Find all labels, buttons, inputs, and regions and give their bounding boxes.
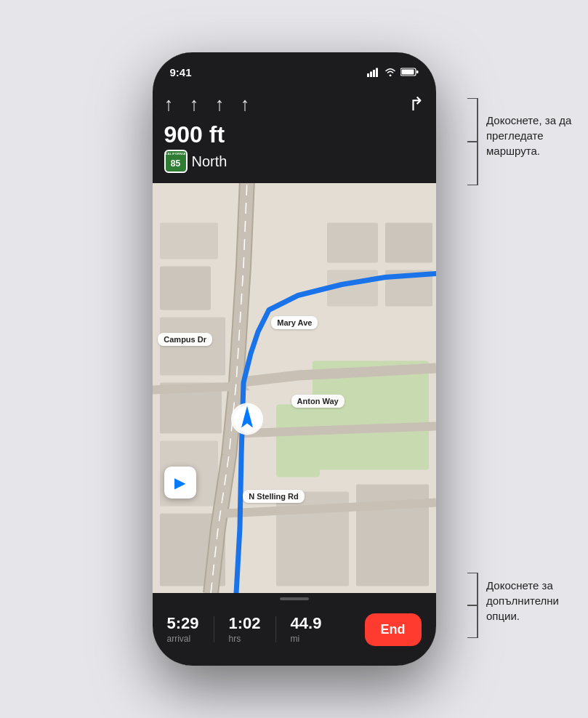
svg-rect-12 bbox=[160, 223, 218, 259]
map-svg bbox=[153, 180, 436, 593]
bracket-top bbox=[467, 98, 480, 185]
road-badge: 85 North bbox=[164, 150, 227, 173]
phone-frame: 9:41 bbox=[153, 52, 436, 666]
svg-rect-8 bbox=[416, 70, 419, 73]
svg-rect-18 bbox=[327, 223, 378, 263]
status-icons bbox=[367, 68, 419, 77]
battery-icon bbox=[400, 68, 419, 76]
divider-1 bbox=[214, 616, 214, 642]
svg-point-27 bbox=[245, 417, 249, 421]
lane-arrow-2: ↑ bbox=[190, 93, 199, 116]
svg-rect-14 bbox=[160, 318, 225, 376]
road-direction: North bbox=[192, 153, 227, 170]
map-area[interactable]: Campus Dr Mary Ave Anton Way N Stelling … bbox=[153, 180, 436, 593]
duration-stat: 1:02 hrs bbox=[229, 615, 261, 643]
status-bar: 9:41 bbox=[153, 52, 436, 84]
svg-rect-13 bbox=[160, 267, 211, 310]
lane-arrow-4: ↑ bbox=[241, 93, 250, 116]
duration-label: hrs bbox=[229, 634, 241, 644]
svg-rect-19 bbox=[385, 223, 432, 263]
status-time: 9:41 bbox=[170, 66, 192, 78]
divider-2 bbox=[275, 616, 276, 642]
wifi-icon bbox=[384, 68, 396, 76]
street-label-mary-ave: Mary Ave bbox=[271, 316, 318, 329]
distance-label: mi bbox=[291, 634, 300, 644]
turn-arrow: ↱ bbox=[408, 93, 424, 116]
svg-rect-4 bbox=[373, 70, 375, 77]
svg-rect-7 bbox=[401, 70, 414, 75]
lane-arrow-1: ↑ bbox=[164, 93, 174, 116]
distance-stat: 44.9 mi bbox=[291, 615, 322, 643]
bottom-panel: 5:29 arrival 1:02 hrs 44.9 mi End bbox=[153, 593, 436, 666]
street-label-n-stelling-rd: N Stelling Rd bbox=[243, 490, 304, 503]
annotation-top-right: Докоснете, за да прегледате маршрута. bbox=[486, 113, 581, 158]
svg-rect-3 bbox=[370, 71, 372, 77]
arrival-value: 5:29 bbox=[167, 615, 199, 632]
end-button[interactable]: End bbox=[365, 613, 422, 646]
distance-value: 44.9 bbox=[291, 615, 322, 632]
bracket-bottom bbox=[467, 573, 480, 638]
highway-shield: 85 bbox=[164, 150, 188, 173]
distance-value: 900 ft bbox=[164, 121, 227, 148]
scene: Докоснете, за да прегледате маршрута. До… bbox=[0, 0, 588, 718]
distance-row: 900 ft 85 North bbox=[164, 121, 424, 173]
annotation-bottom-right: Докоснете за допълнителни опции. bbox=[486, 578, 581, 624]
drag-handle bbox=[280, 597, 309, 600]
arrival-label: arrival bbox=[167, 634, 191, 644]
svg-rect-2 bbox=[367, 73, 369, 77]
lane-arrow-3: ↑ bbox=[215, 93, 225, 116]
phone-screen: 9:41 bbox=[153, 52, 436, 666]
location-arrow-icon: ▶ bbox=[174, 474, 185, 491]
highway-number: 85 bbox=[171, 158, 180, 169]
nav-header[interactable]: ↑ ↑ ↑ ↑ ↱ 900 ft 85 North bbox=[153, 84, 436, 183]
street-label-anton-way: Anton Way bbox=[291, 395, 345, 408]
signal-icon bbox=[367, 68, 380, 77]
svg-rect-5 bbox=[376, 68, 378, 77]
arrival-stat: 5:29 arrival bbox=[167, 615, 199, 643]
duration-value: 1:02 bbox=[229, 615, 261, 632]
lane-arrows: ↑ ↑ ↑ ↑ ↱ bbox=[164, 93, 424, 116]
svg-rect-11 bbox=[276, 405, 320, 477]
street-label-campus-dr: Campus Dr bbox=[158, 333, 212, 346]
location-button[interactable]: ▶ bbox=[164, 467, 196, 499]
